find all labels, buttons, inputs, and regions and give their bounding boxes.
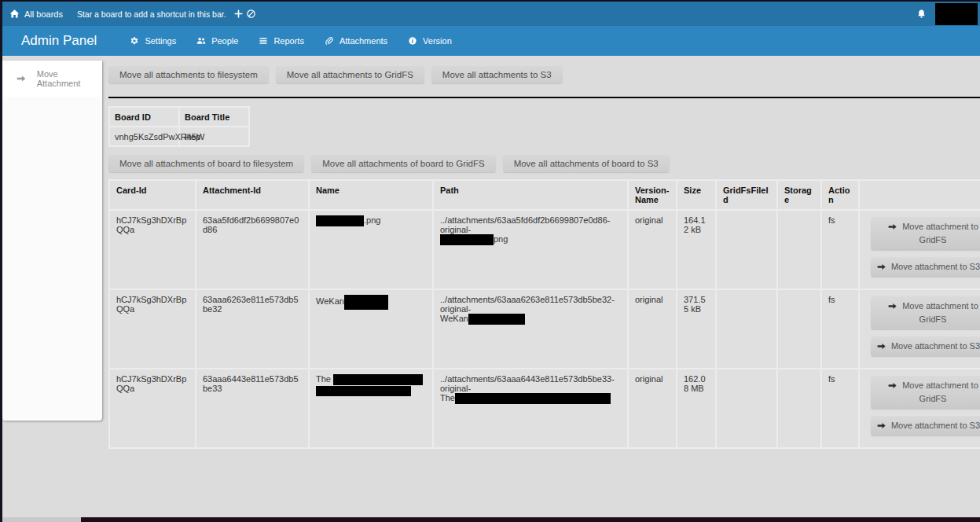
nav-item-attachments[interactable]: Attachments <box>325 36 387 46</box>
board-move-buttons: Move all attachments of board to filesys… <box>108 155 980 172</box>
move-attachment-to-s3-button[interactable]: Move attachment to S3 <box>871 257 980 277</box>
cell-text: WeKan <box>440 314 468 323</box>
version-name-cell: original <box>628 210 677 289</box>
redacted-box <box>333 374 423 385</box>
arrow-right-icon <box>876 341 886 351</box>
sidebar-item-move-attachment[interactable]: Move Attachment <box>2 61 102 97</box>
nav-item-label: Version <box>423 36 452 46</box>
sidebar: Move Attachment <box>2 61 102 421</box>
reports-icon <box>259 36 268 46</box>
arrow-right-icon <box>876 262 886 272</box>
action-cell: fs <box>821 369 859 448</box>
attachment-id-cell: 63aaa6263e811e573db5be32 <box>196 289 309 369</box>
board-table: Board IDBoard Titlevnhg5KsZsdPwXRh5WHep <box>108 106 250 147</box>
card-id-cell: hCJ7kSg3hDXrBpQQa <box>109 289 196 369</box>
shortcut-hint-icons <box>233 9 256 19</box>
nav-item-people[interactable]: People <box>196 36 238 46</box>
scrollbar-thumb[interactable] <box>2 517 81 522</box>
nav-item-label: Settings <box>145 36 176 46</box>
attachment-id-cell: 63aa5fd6df2b6699807e0d86 <box>196 210 309 289</box>
redacted-box <box>440 234 494 245</box>
move-all-attachments-to-s3-button[interactable]: Move all attachments to S3 <box>431 66 563 83</box>
move-attachment-to-gridfs-button[interactable]: Move attachment to GridFS <box>871 296 980 329</box>
paperclip-icon <box>325 36 334 46</box>
cell-text: .png <box>364 215 380 225</box>
col-name: Name <box>309 180 433 210</box>
bell-icon[interactable] <box>916 9 927 19</box>
gridfsfileid-cell <box>716 210 777 289</box>
col-version-name: Version-Name <box>628 180 677 210</box>
main-content: Move all attachments to filesystemMove a… <box>108 56 980 449</box>
board-row: vnhg5KsZsdPwXRh5WHep <box>109 127 249 146</box>
move-all-attachments-to-filesystem-button[interactable]: Move all attachments to filesystem <box>108 66 269 83</box>
move-attachment-to-gridfs-button[interactable]: Move attachment to GridFS <box>871 217 980 250</box>
arrow-right-icon <box>887 222 897 232</box>
col-board-title: Board Title <box>179 107 249 127</box>
redacted-box <box>455 393 611 404</box>
col-gridfsfileid: GridFsFileId <box>716 180 777 210</box>
move-all-attachments-to-gridfs-button[interactable]: Move all attachments to GridFS <box>276 66 424 83</box>
nav-item-reports[interactable]: Reports <box>259 36 304 46</box>
cell-text: png <box>494 234 508 244</box>
col-board-id: Board ID <box>109 107 179 127</box>
nav-item-label: People <box>211 36 238 46</box>
sidebar-item-label: Move Attachment <box>37 69 102 88</box>
add-shortcut-icon[interactable] <box>233 9 244 19</box>
button-label: Move attachment to S3 <box>891 262 980 271</box>
attachment-row: hCJ7kSg3hDXrBpQQa63aaa6443e811e573db5be3… <box>109 369 980 448</box>
gridfsfileid-cell <box>716 369 777 448</box>
attachments-table: Card-IdAttachment-IdNamePathVersion-Name… <box>108 179 980 449</box>
move-attachment-to-gridfs-button[interactable]: Move attachment to GridFS <box>871 376 980 409</box>
cell-text: ../attachments/63aaa6443e811e573db5be33-… <box>440 374 615 393</box>
storage-cell <box>777 289 821 369</box>
attachment-row: hCJ7kSg3hDXrBpQQa63aa5fd6df2b6699807e0d8… <box>109 210 980 289</box>
name-cell: WeKan <box>309 289 433 369</box>
move-attachment-to-s3-button[interactable]: Move attachment to S3 <box>871 416 980 436</box>
topbar-right <box>916 2 980 26</box>
attachment-row: hCJ7kSg3hDXrBpQQa63aaa6263e811e573db5be3… <box>109 289 980 369</box>
horizontal-scrollbar[interactable] <box>2 517 980 522</box>
button-label: Move attachment to GridFS <box>902 301 978 324</box>
row-buttons-cell: Move attachment to GridFSMove attachment… <box>859 289 980 369</box>
redacted-box <box>468 314 525 325</box>
move-attachment-to-s3-button[interactable]: Move attachment to S3 <box>871 336 980 356</box>
wekan-admin-window: All boards Star a board to add a shortcu… <box>0 0 980 522</box>
admin-bar: Admin Panel SettingsPeopleReportsAttachm… <box>2 26 980 56</box>
redacted-box <box>316 386 411 396</box>
null-circle-icon[interactable] <box>246 9 256 19</box>
arrow-right-icon <box>887 380 897 391</box>
arrow-right-icon <box>887 301 897 311</box>
nav-item-label: Reports <box>273 36 304 46</box>
arrow-right-icon <box>876 421 886 431</box>
all-boards-link[interactable]: All boards <box>9 9 63 19</box>
col-card-id: Card-Id <box>109 180 196 210</box>
move-all-attachments-of-board-to-gridfs-button[interactable]: Move all attachments of board to GridFS <box>311 155 495 172</box>
storage-cell <box>777 369 821 448</box>
board-id-cell: vnhg5KsZsdPwXRh5W <box>109 127 179 146</box>
button-label: Move attachment to S3 <box>891 341 980 351</box>
col-buttons <box>859 180 980 210</box>
move-all-attachments-of-board-to-filesystem-button[interactable]: Move all attachments of board to filesys… <box>108 155 304 172</box>
cell-text: The <box>440 393 455 403</box>
cell-text: ../attachments/63aaa6263e811e573db5be32-… <box>440 295 615 314</box>
nav-item-version[interactable]: Version <box>408 36 452 46</box>
user-menu-redacted[interactable] <box>935 3 978 25</box>
attachment-id-cell: 63aaa6443e811e573db5be33 <box>196 369 309 448</box>
page-title: Admin Panel <box>21 33 97 49</box>
path-cell: ../attachments/63aa5fd6df2b6699807e0d86-… <box>433 210 628 289</box>
size-cell: 371.55 kB <box>677 289 716 369</box>
divider-rule <box>108 97 980 98</box>
redacted-box <box>316 215 364 226</box>
all-boards-label: All boards <box>24 9 63 19</box>
path-cell: ../attachments/63aaa6443e811e573db5be33-… <box>433 369 628 448</box>
name-cell: The <box>309 369 433 448</box>
cell-text: ../attachments/63aa5fd6df2b6699807e0d86-… <box>440 215 611 234</box>
move-all-attachments-of-board-to-s3-button[interactable]: Move all attachments of board to S3 <box>503 155 670 172</box>
button-label: Move attachment to GridFS <box>902 380 978 403</box>
size-cell: 164.12 kB <box>677 210 716 289</box>
row-buttons-cell: Move attachment to GridFSMove attachment… <box>859 369 980 448</box>
redacted-box <box>344 295 388 310</box>
action-cell: fs <box>821 289 859 369</box>
nav-item-settings[interactable]: Settings <box>130 36 176 46</box>
button-label: Move attachment to GridFS <box>902 222 978 244</box>
